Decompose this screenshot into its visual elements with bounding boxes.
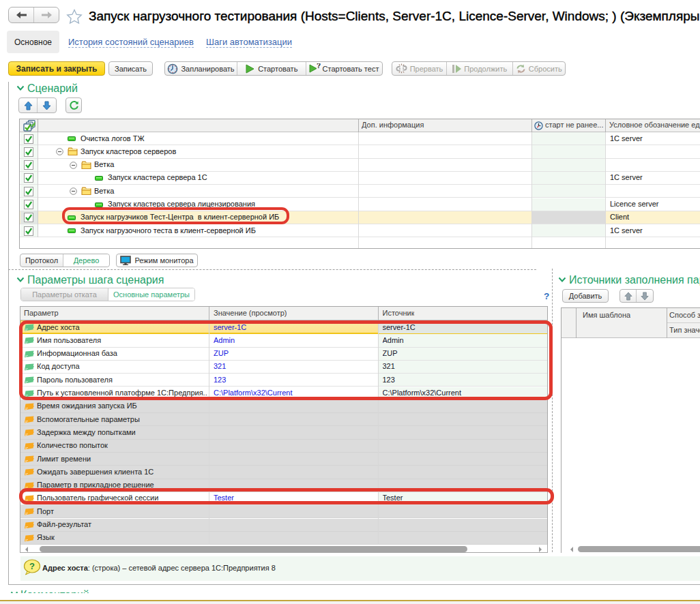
svg-text:?: ? — [317, 63, 321, 70]
svg-text:?: ? — [29, 561, 35, 571]
